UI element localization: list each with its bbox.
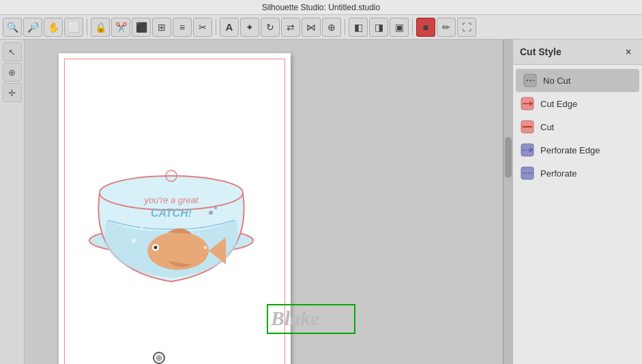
modify-btn[interactable]: ⊕: [322, 18, 341, 37]
cut-style-title: Cut Style: [520, 46, 561, 57]
no-cut-option[interactable]: No Cut: [516, 69, 639, 92]
perforate-edge-option[interactable]: Perforate Edge: [513, 138, 642, 162]
toolbar: 🔍 🔎 ✋ ⬜ 🔒 ✂️ ⬛ ⊞ ≡ ✂ A ✦ ↻ ⇄ ⋈ ⊕ ◧ ◨ ▣ ■…: [0, 15, 642, 40]
paper-document: you're a great CATCH! Blake ⊕: [59, 53, 291, 364]
rect-btn[interactable]: ⬛: [132, 18, 151, 37]
separator-1: [87, 19, 87, 35]
perforate-edge-label: Perforate Edge: [540, 145, 600, 155]
zoom-in-btn[interactable]: 🔎: [23, 18, 42, 37]
weld-btn[interactable]: ⋈: [302, 18, 321, 37]
svg-point-8: [141, 226, 143, 228]
blake-selection-box: Blake: [267, 304, 355, 334]
svg-point-13: [209, 211, 213, 215]
perforate-edge-icon: [520, 142, 535, 157]
fish-illustration: you're a great CATCH!: [79, 80, 263, 305]
separator-4: [412, 19, 413, 35]
trace-btn[interactable]: ✦: [240, 18, 259, 37]
brush-btn[interactable]: ✏: [437, 18, 456, 37]
left-tool-panel: ↖ ⊕ ✛: [0, 40, 25, 364]
cut-edge-option[interactable]: Cut Edge: [513, 92, 642, 115]
scissors-btn[interactable]: ✂: [193, 18, 212, 37]
cut-style-panel: Cut Style × No Cut Cut Edge: [512, 40, 642, 364]
cut-style-header: Cut Style ×: [513, 40, 642, 65]
grid-btn[interactable]: ⊞: [152, 18, 171, 37]
no-cut-icon: [523, 73, 538, 88]
svg-point-14: [214, 207, 217, 209]
svg-point-5: [154, 246, 158, 249]
cut-label: Cut: [540, 122, 554, 132]
svg-text:you're a great: you're a great: [143, 195, 199, 205]
svg-point-9: [204, 246, 207, 249]
rotate-btn[interactable]: ↻: [261, 18, 280, 37]
close-panel-button[interactable]: ×: [622, 45, 635, 59]
panel2-btn[interactable]: ◨: [369, 18, 388, 37]
cut-edge-icon: [520, 96, 535, 111]
fullscreen-btn[interactable]: ⛶: [457, 18, 476, 37]
flip-btn[interactable]: ⇄: [281, 18, 300, 37]
no-cut-label: No Cut: [543, 76, 570, 86]
cut-icon-svg: [520, 119, 535, 134]
lock-btn[interactable]: 🔒: [91, 18, 110, 37]
perforate-label: Perforate: [540, 168, 577, 179]
vertical-scrollbar[interactable]: [503, 40, 512, 364]
canvas-area[interactable]: you're a great CATCH! Blake ⊕: [25, 40, 512, 364]
pointer-btn[interactable]: ✂️: [111, 18, 130, 37]
select-tool-btn[interactable]: ↖: [3, 42, 22, 61]
pan-tool-btn[interactable]: ✛: [3, 83, 22, 102]
pan-btn[interactable]: ✋: [44, 18, 63, 37]
blake-text: Blake: [271, 307, 320, 330]
svg-point-7: [132, 239, 136, 243]
window-title: Silhouette Studio: Untitled.studio: [262, 3, 380, 12]
scrollbar-thumb[interactable]: [505, 137, 512, 178]
svg-text:CATCH!: CATCH!: [151, 207, 192, 219]
move-handle[interactable]: ⊕: [153, 352, 165, 364]
cut-option[interactable]: Cut: [513, 115, 642, 138]
zoom-out-btn[interactable]: 🔍: [3, 18, 22, 37]
blake-text-container[interactable]: Blake ⊕: [161, 324, 250, 354]
cut-edge-label: Cut Edge: [540, 99, 577, 109]
separator-2: [216, 19, 216, 35]
text-btn[interactable]: A: [220, 18, 239, 37]
perforate-icon: [520, 166, 535, 181]
separator-3: [345, 19, 345, 35]
title-bar: Silhouette Studio: Untitled.studio: [0, 0, 642, 15]
color-btn[interactable]: ■: [416, 18, 435, 37]
perforate-option[interactable]: Perforate: [513, 162, 642, 185]
svg-point-10: [198, 233, 200, 235]
zoom-tool-btn[interactable]: ⊕: [3, 63, 22, 82]
fit-btn[interactable]: ⬜: [64, 18, 83, 37]
lines-btn[interactable]: ≡: [173, 18, 192, 37]
cut-style-options-list: No Cut Cut Edge Cut: [513, 65, 642, 189]
main-layout: ↖ ⊕ ✛: [0, 40, 642, 364]
panel1-btn[interactable]: ◧: [349, 18, 368, 37]
panel3-btn[interactable]: ▣: [390, 18, 409, 37]
